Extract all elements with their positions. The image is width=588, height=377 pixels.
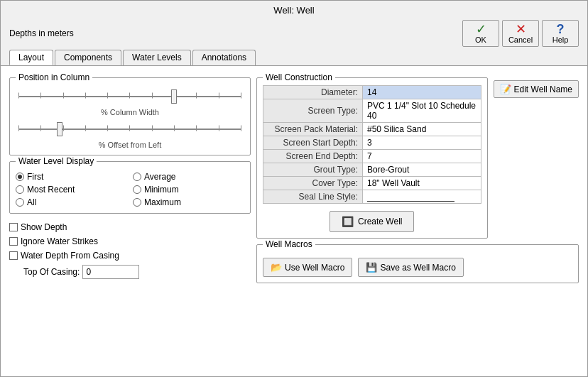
toolbar: ✓ OK ✕ Cancel ? Help [462,20,579,47]
top-of-casing-label: Top Of Casing: [23,267,80,277]
grout-type-label: Grout Type: [263,163,363,177]
cover-type-value: 18" Well Vault [363,177,481,190]
radio-most-recent[interactable]: Most Recent [16,185,127,195]
ok-icon: ✓ [476,23,486,35]
radio-all[interactable]: All [16,197,127,207]
left-column: Position in Column [9,72,251,371]
create-well-label: Create Well [358,217,402,226]
water-depth-from-casing-row[interactable]: Water Depth From Casing [9,251,251,261]
water-level-title: Water Level Display [16,156,97,166]
water-level-display-group: Water Level Display First Average Mos [9,161,251,214]
help-label: Help [552,35,569,44]
cover-type-label: Cover Type: [263,177,363,190]
radio-minimum-label: Minimum [144,185,179,195]
create-well-button[interactable]: 🔲 Create Well [330,211,414,232]
radio-all-circle[interactable] [16,198,24,207]
tab-components[interactable]: Components [55,50,121,65]
radio-most-recent-circle[interactable] [16,185,24,194]
slider-knob-2[interactable] [57,122,62,136]
well-macros-title: Well Macros [263,239,315,249]
title-bar: Well: Well [1,1,587,18]
well-construction-table: Diameter: 14 Screen Type: PVC 1 1/4" Slo… [263,85,481,204]
window-title: Well: Well [273,5,314,16]
cancel-button[interactable]: ✕ Cancel [502,20,539,47]
table-row: Diameter: 14 [263,86,481,99]
ignore-water-strikes-label: Ignore Water Strikes [21,236,98,246]
diameter-value[interactable]: 14 [363,86,481,99]
water-depth-from-casing-checkbox[interactable] [9,251,18,260]
tabs-row: Layout Components Water Levels Annotatio… [1,50,587,65]
ignore-water-strikes-checkbox[interactable] [9,237,18,246]
main-window: Well: Well Depths in meters ✓ OK ✕ Cance… [0,0,588,377]
screen-start-label: Screen Start Depth: [263,136,363,150]
create-well-icon: 🔲 [342,216,354,227]
help-icon: ? [557,23,565,35]
radio-first[interactable]: First [16,172,127,182]
cancel-label: Cancel [508,35,533,44]
position-group-title: Position in Column [16,72,92,82]
column-width-label: % Column Width [16,108,244,116]
use-macro-icon: 📂 [271,262,282,273]
radio-average[interactable]: Average [133,172,244,182]
screen-pack-value: #50 Silica Sand [363,123,481,136]
table-row: Screen End Depth: 7 [263,150,481,163]
cancel-icon: ✕ [516,23,526,35]
save-macro-label: Save as Well Macro [380,263,455,273]
offset-from-left-slider-section: % Offset from Left [16,121,244,149]
tab-layout[interactable]: Layout [9,50,53,65]
diameter-label: Diameter: [263,86,363,99]
offset-from-left-label: % Offset from Left [16,141,244,149]
ignore-water-strikes-row[interactable]: Ignore Water Strikes [9,236,251,246]
main-content: Position in Column [1,66,587,376]
table-row: Seal Line Style: [263,190,481,204]
column-width-slider[interactable] [16,88,244,105]
radio-grid: First Average Most Recent Minimum [16,172,244,207]
macro-buttons: 📂 Use Well Macro 💾 Save as Well Macro [263,258,572,277]
screen-type-value: PVC 1 1/4" Slot 10 Schedule 40 [363,99,481,123]
save-as-well-macro-button[interactable]: 💾 Save as Well Macro [358,258,463,277]
help-button[interactable]: ? Help [542,20,579,47]
edit-well-name-button[interactable]: 📝 Edit Well Name [494,80,579,98]
ok-button[interactable]: ✓ OK [462,20,499,47]
radio-first-circle[interactable] [16,173,24,181]
tick-marks-1 [18,95,241,99]
seal-line-label: Seal Line Style: [263,190,363,204]
position-in-column-group: Position in Column [9,77,251,155]
radio-average-circle[interactable] [133,173,141,181]
grout-type-value: Bore-Grout [363,163,481,177]
edit-well-name-area: 📝 Edit Well Name [494,77,579,239]
radio-minimum-circle[interactable] [133,185,141,194]
right-column: Well Construction Diameter: 14 Screen Ty… [256,72,579,371]
screen-start-value: 3 [363,136,481,150]
top-of-casing-input[interactable] [82,265,139,279]
depths-label: Depths in meters [9,28,74,38]
table-row: Screen Pack Material: #50 Silica Sand [263,123,481,136]
tab-annotations[interactable]: Annotations [192,50,256,65]
radio-minimum[interactable]: Minimum [133,185,244,195]
slider-knob-1[interactable] [171,89,177,104]
use-macro-label: Use Well Macro [285,263,344,273]
seal-line-value [363,190,481,204]
ok-label: OK [475,35,486,44]
screen-end-label: Screen End Depth: [263,150,363,163]
radio-maximum[interactable]: Maximum [133,197,244,207]
edit-well-name-icon: 📝 [500,84,511,94]
column-width-slider-section: % Column Width [16,88,244,116]
show-depth-checkbox[interactable] [9,223,18,231]
show-depth-label: Show Depth [21,222,67,232]
tick-marks-2 [18,128,241,131]
show-depth-row[interactable]: Show Depth [9,222,251,232]
use-well-macro-button[interactable]: 📂 Use Well Macro [263,258,352,277]
radio-all-label: All [27,197,36,207]
tab-water-levels[interactable]: Water Levels [123,50,191,65]
offset-from-left-slider[interactable] [16,121,244,138]
table-row: Cover Type: 18" Well Vault [263,177,481,190]
well-construction-group: Well Construction Diameter: 14 Screen Ty… [256,77,488,239]
edit-well-name-label: Edit Well Name [514,84,572,94]
create-well-container: 🔲 Create Well [263,211,481,232]
checkbox-section: Show Depth Ignore Water Strikes Water De… [9,222,251,279]
radio-maximum-circle[interactable] [133,198,141,207]
screen-pack-label: Screen Pack Material: [263,123,363,136]
well-macros-group: Well Macros 📂 Use Well Macro 💾 Save as W… [256,244,579,283]
well-construction-area: Well Construction Diameter: 14 Screen Ty… [256,77,579,239]
